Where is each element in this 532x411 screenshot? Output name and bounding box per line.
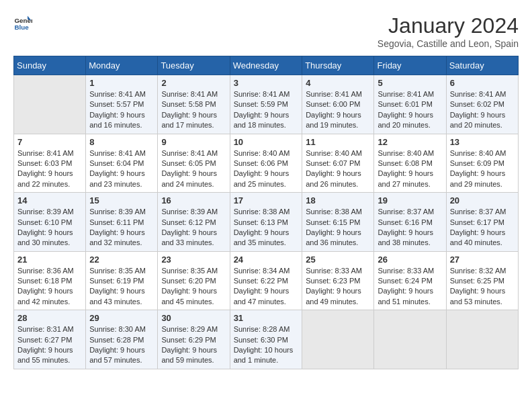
page-header: General Blue January 2024 Segovia, Casti… — [13, 13, 519, 49]
calendar-cell: 10Sunrise: 8:40 AMSunset: 6:06 PMDayligh… — [230, 134, 302, 193]
day-number: 4 — [306, 78, 370, 88]
calendar-cell: 8Sunrise: 8:41 AMSunset: 6:04 PMDaylight… — [86, 134, 158, 193]
day-number: 18 — [306, 195, 370, 205]
day-info: Sunrise: 8:36 AMSunset: 6:18 PMDaylight:… — [17, 266, 82, 308]
day-number: 31 — [234, 313, 299, 323]
svg-text:Blue: Blue — [14, 24, 29, 31]
day-number: 9 — [161, 137, 226, 147]
day-info: Sunrise: 8:37 AMSunset: 6:17 PMDaylight:… — [450, 207, 515, 248]
day-number: 6 — [450, 78, 515, 88]
day-number: 10 — [234, 137, 299, 147]
weekday-header: Friday — [374, 56, 446, 75]
day-number: 14 — [17, 195, 82, 205]
logo-icon: General Blue — [13, 13, 32, 32]
calendar-week-row: 1Sunrise: 8:41 AMSunset: 5:57 PMDaylight… — [14, 75, 519, 134]
calendar-week-row: 7Sunrise: 8:41 AMSunset: 6:03 PMDaylight… — [14, 134, 519, 193]
day-number: 29 — [89, 313, 154, 323]
day-info: Sunrise: 8:30 AMSunset: 6:28 PMDaylight:… — [89, 324, 154, 366]
day-info: Sunrise: 8:37 AMSunset: 6:16 PMDaylight:… — [378, 207, 442, 248]
day-info: Sunrise: 8:35 AMSunset: 6:19 PMDaylight:… — [89, 266, 154, 308]
calendar-table: SundayMondayTuesdayWednesdayThursdayFrid… — [13, 56, 519, 369]
calendar-cell: 27Sunrise: 8:32 AMSunset: 6:25 PMDayligh… — [446, 251, 518, 310]
day-info: Sunrise: 8:41 AMSunset: 6:03 PMDaylight:… — [17, 148, 82, 190]
calendar-cell — [446, 310, 518, 369]
calendar-cell: 24Sunrise: 8:34 AMSunset: 6:22 PMDayligh… — [230, 251, 302, 310]
calendar-week-row: 21Sunrise: 8:36 AMSunset: 6:18 PMDayligh… — [14, 251, 519, 310]
day-number: 24 — [234, 255, 299, 265]
day-info: Sunrise: 8:41 AMSunset: 6:00 PMDaylight:… — [306, 89, 370, 131]
day-number: 12 — [378, 137, 442, 147]
calendar-cell: 15Sunrise: 8:39 AMSunset: 6:11 PMDayligh… — [86, 193, 158, 252]
weekday-header: Thursday — [302, 56, 374, 75]
calendar-cell: 30Sunrise: 8:29 AMSunset: 6:29 PMDayligh… — [158, 310, 230, 369]
day-number: 28 — [17, 313, 82, 323]
calendar-week-row: 14Sunrise: 8:39 AMSunset: 6:10 PMDayligh… — [14, 193, 519, 252]
calendar-cell: 13Sunrise: 8:40 AMSunset: 6:09 PMDayligh… — [446, 134, 518, 193]
day-number: 15 — [89, 195, 154, 205]
calendar-cell: 28Sunrise: 8:31 AMSunset: 6:27 PMDayligh… — [14, 310, 86, 369]
calendar-header: SundayMondayTuesdayWednesdayThursdayFrid… — [14, 56, 519, 75]
calendar-body: 1Sunrise: 8:41 AMSunset: 5:57 PMDaylight… — [14, 75, 519, 369]
logo: General Blue — [13, 13, 32, 32]
day-number: 25 — [306, 255, 370, 265]
calendar-cell: 5Sunrise: 8:41 AMSunset: 6:01 PMDaylight… — [374, 75, 446, 134]
day-number: 7 — [17, 137, 82, 147]
calendar-cell: 6Sunrise: 8:41 AMSunset: 6:02 PMDaylight… — [446, 75, 518, 134]
day-info: Sunrise: 8:38 AMSunset: 6:15 PMDaylight:… — [306, 207, 370, 248]
day-number: 11 — [306, 137, 370, 147]
calendar-week-row: 28Sunrise: 8:31 AMSunset: 6:27 PMDayligh… — [14, 310, 519, 369]
day-info: Sunrise: 8:40 AMSunset: 6:09 PMDaylight:… — [450, 148, 515, 190]
day-number: 5 — [378, 78, 442, 88]
calendar-cell: 26Sunrise: 8:33 AMSunset: 6:24 PMDayligh… — [374, 251, 446, 310]
day-info: Sunrise: 8:29 AMSunset: 6:29 PMDaylight:… — [161, 324, 226, 366]
calendar-cell — [302, 310, 374, 369]
day-info: Sunrise: 8:34 AMSunset: 6:22 PMDaylight:… — [234, 266, 299, 308]
day-number: 22 — [89, 255, 154, 265]
day-number: 23 — [161, 255, 226, 265]
day-info: Sunrise: 8:33 AMSunset: 6:24 PMDaylight:… — [378, 266, 442, 308]
title-section: January 2024 Segovia, Castille and Leon,… — [378, 13, 519, 49]
day-number: 1 — [89, 78, 154, 88]
calendar-cell: 2Sunrise: 8:41 AMSunset: 5:58 PMDaylight… — [158, 75, 230, 134]
day-number: 30 — [161, 313, 226, 323]
calendar-cell: 12Sunrise: 8:40 AMSunset: 6:08 PMDayligh… — [374, 134, 446, 193]
day-info: Sunrise: 8:35 AMSunset: 6:20 PMDaylight:… — [161, 266, 226, 308]
day-info: Sunrise: 8:39 AMSunset: 6:12 PMDaylight:… — [161, 207, 226, 248]
day-info: Sunrise: 8:31 AMSunset: 6:27 PMDaylight:… — [17, 324, 82, 366]
day-info: Sunrise: 8:39 AMSunset: 6:11 PMDaylight:… — [89, 207, 154, 248]
day-number: 16 — [161, 195, 226, 205]
day-number: 13 — [450, 137, 515, 147]
day-number: 19 — [378, 195, 442, 205]
day-info: Sunrise: 8:32 AMSunset: 6:25 PMDaylight:… — [450, 266, 515, 308]
day-info: Sunrise: 8:33 AMSunset: 6:23 PMDaylight:… — [306, 266, 370, 308]
day-number: 17 — [234, 195, 299, 205]
subtitle: Segovia, Castille and Leon, Spain — [378, 38, 519, 49]
calendar-cell: 16Sunrise: 8:39 AMSunset: 6:12 PMDayligh… — [158, 193, 230, 252]
day-number: 3 — [234, 78, 299, 88]
day-info: Sunrise: 8:38 AMSunset: 6:13 PMDaylight:… — [234, 207, 299, 248]
calendar-cell: 23Sunrise: 8:35 AMSunset: 6:20 PMDayligh… — [158, 251, 230, 310]
day-info: Sunrise: 8:39 AMSunset: 6:10 PMDaylight:… — [17, 207, 82, 248]
main-title: January 2024 — [378, 13, 519, 38]
day-info: Sunrise: 8:40 AMSunset: 6:08 PMDaylight:… — [378, 148, 442, 190]
weekday-row: SundayMondayTuesdayWednesdayThursdayFrid… — [14, 56, 519, 75]
day-number: 21 — [17, 255, 82, 265]
day-info: Sunrise: 8:41 AMSunset: 6:05 PMDaylight:… — [161, 148, 226, 190]
calendar-cell: 25Sunrise: 8:33 AMSunset: 6:23 PMDayligh… — [302, 251, 374, 310]
weekday-header: Tuesday — [158, 56, 230, 75]
day-number: 20 — [450, 195, 515, 205]
calendar-cell: 29Sunrise: 8:30 AMSunset: 6:28 PMDayligh… — [86, 310, 158, 369]
day-number: 27 — [450, 255, 515, 265]
calendar-cell: 9Sunrise: 8:41 AMSunset: 6:05 PMDaylight… — [158, 134, 230, 193]
calendar-cell: 11Sunrise: 8:40 AMSunset: 6:07 PMDayligh… — [302, 134, 374, 193]
day-info: Sunrise: 8:41 AMSunset: 6:02 PMDaylight:… — [450, 89, 515, 131]
day-info: Sunrise: 8:40 AMSunset: 6:06 PMDaylight:… — [234, 148, 299, 190]
day-number: 26 — [378, 255, 442, 265]
day-info: Sunrise: 8:41 AMSunset: 5:58 PMDaylight:… — [161, 89, 226, 131]
calendar-cell: 19Sunrise: 8:37 AMSunset: 6:16 PMDayligh… — [374, 193, 446, 252]
calendar-cell: 20Sunrise: 8:37 AMSunset: 6:17 PMDayligh… — [446, 193, 518, 252]
calendar-cell: 14Sunrise: 8:39 AMSunset: 6:10 PMDayligh… — [14, 193, 86, 252]
day-info: Sunrise: 8:41 AMSunset: 6:01 PMDaylight:… — [378, 89, 442, 131]
calendar-cell: 22Sunrise: 8:35 AMSunset: 6:19 PMDayligh… — [86, 251, 158, 310]
calendar-cell: 17Sunrise: 8:38 AMSunset: 6:13 PMDayligh… — [230, 193, 302, 252]
